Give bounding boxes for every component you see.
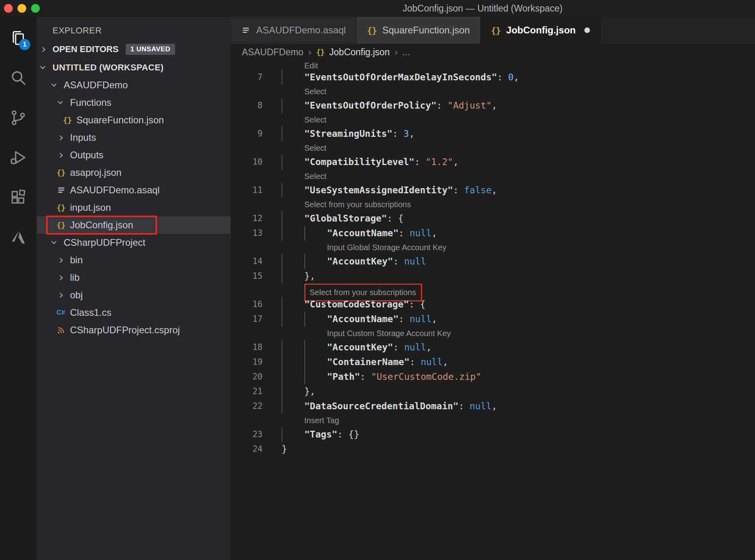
breadcrumb-file[interactable]: JobConfig.json <box>329 47 390 58</box>
code-line-22[interactable]: 22"DataSourceCredentialDomain": null, <box>231 399 755 414</box>
code-line-content: }, <box>282 384 755 399</box>
tree-item-SquareFunction.json[interactable]: {}SquareFunction.json <box>37 111 231 129</box>
code-line-16[interactable]: 16"CustomCodeStorage": { <box>231 297 755 312</box>
codelens-action[interactable]: Input Global Storage Account Key <box>327 241 446 254</box>
breadcrumb: ASAUDFDemo › {} JobConfig.json › ... <box>231 44 755 60</box>
breadcrumb-more[interactable]: ... <box>403 47 410 58</box>
chevron-right-icon[interactable] <box>58 153 63 158</box>
activity-search-button[interactable] <box>0 58 37 98</box>
code-line-23[interactable]: 23"Tags": {} <box>231 427 755 442</box>
token-kw: null <box>404 342 426 352</box>
chevron-right-icon[interactable] <box>58 275 63 280</box>
tab-JobConfig.json[interactable]: {}JobConfig.json <box>481 17 601 44</box>
token-str: "UserCustomCode.zip" <box>371 371 481 382</box>
code-line-content: }, <box>282 269 755 284</box>
token-punct: , <box>432 228 437 238</box>
unsaved-dot[interactable] <box>584 27 590 33</box>
code-line-12[interactable]: 12"GlobalStorage": { <box>231 211 755 226</box>
editor-group: ASAUDFDemo.asaql{}SquareFunction.json{}J… <box>231 17 755 560</box>
activity-source-control-button[interactable] <box>0 98 37 138</box>
codelens-action[interactable]: Select from your subscriptions <box>304 198 411 211</box>
tree-item-asaproj.json[interactable]: {}asaproj.json <box>37 164 231 181</box>
code-line-15[interactable]: 15}, <box>231 269 755 284</box>
token-key: "Tags" <box>304 429 337 439</box>
line-number: 23 <box>231 427 263 442</box>
tree-item-JobConfig.json[interactable]: {}JobConfig.json <box>37 216 231 234</box>
code-line-13[interactable]: 13"AccountName": null, <box>231 226 755 241</box>
chevron-right-icon[interactable] <box>58 135 63 140</box>
chevron-down-icon[interactable] <box>51 239 56 244</box>
code-line-21[interactable]: 21}, <box>231 384 755 399</box>
chevron-down-icon[interactable] <box>51 82 56 87</box>
codelens-action[interactable]: Select <box>304 85 327 98</box>
tree-item-CSharpUDFProject.csproj[interactable]: CSharpUDFProject.csproj <box>37 321 231 339</box>
tree-item-Class1.cs[interactable]: C#Class1.cs <box>37 304 231 321</box>
activity-azure-button[interactable] <box>0 217 37 257</box>
minimize-button[interactable] <box>18 4 26 13</box>
tab-ASAUDFDemo.asaql[interactable]: ASAUDFDemo.asaql <box>231 17 356 44</box>
gutter-spacer <box>231 241 263 254</box>
chevron-right-icon[interactable] <box>58 293 63 298</box>
indent-guide <box>304 355 305 369</box>
codelens-content: Select <box>282 85 755 98</box>
breadcrumb-project[interactable]: ASAUDFDemo <box>242 47 304 58</box>
activity-extensions-button[interactable] <box>0 177 37 217</box>
code-line-11[interactable]: 11"UseSystemAssignedIdentity": false, <box>231 183 755 198</box>
code-line-14[interactable]: 14"AccountKey": null <box>231 254 755 269</box>
activity-explorer-button[interactable]: 1 <box>0 18 37 58</box>
tree-item-ASAUDFDemo[interactable]: ASAUDFDemo <box>37 76 231 94</box>
chevron-down-icon[interactable] <box>58 99 63 104</box>
code-line-19[interactable]: 19"ContainerName": null, <box>231 355 755 369</box>
tree-item-input.json[interactable]: {}input.json <box>37 199 231 216</box>
chevron-down-icon[interactable] <box>40 64 45 69</box>
gutter-spacer <box>231 327 263 340</box>
codelens-row: Input Custom Storage Account Key <box>231 327 755 340</box>
codelens-action[interactable]: Insert Tag <box>304 414 339 427</box>
line-number: 16 <box>231 297 263 312</box>
codelens-action[interactable]: Select <box>304 113 327 126</box>
tree-item-icon-slot: {} <box>56 168 70 177</box>
tree-item-Functions[interactable]: Functions <box>37 94 231 111</box>
tree-item-bin[interactable]: bin <box>37 251 231 269</box>
json-braces-icon: {} <box>367 25 377 35</box>
code-line-8[interactable]: 8"EventsOutOfOrderPolicy": "Adjust", <box>231 98 755 113</box>
code-line-10[interactable]: 10"CompatibilityLevel": "1.2", <box>231 155 755 169</box>
tree-item-icon-slot <box>56 102 70 103</box>
json-braces-icon: {} <box>56 168 65 177</box>
code-line-20[interactable]: 20"Path": "UserCustomCode.zip" <box>231 369 755 384</box>
codelens-action[interactable]: Edit <box>304 60 318 70</box>
indent-guide <box>304 254 305 269</box>
close-button[interactable] <box>4 4 13 13</box>
tree-item-CSharpUDFProject[interactable]: CSharpUDFProject <box>37 234 231 251</box>
tree-item-ASAUDFDemo.asaql[interactable]: ASAUDFDemo.asaql <box>37 181 231 199</box>
code-line-18[interactable]: 18"AccountKey": null, <box>231 340 755 355</box>
run-debug-icon <box>9 148 27 167</box>
tree-item-label: ASAUDFDemo <box>64 80 128 91</box>
activity-run-debug-button[interactable] <box>0 138 37 177</box>
token-key: "EventsOutOfOrderPolicy" <box>304 100 436 111</box>
code-line-24[interactable]: 24} <box>231 442 755 457</box>
code-area[interactable]: Edit7"EventsOutOfOrderMaxDelayInSeconds"… <box>231 60 755 560</box>
codelens-row: Select <box>231 169 755 183</box>
code-line-9[interactable]: 9"StreamingUnits": 3, <box>231 126 755 141</box>
zoom-button[interactable] <box>31 4 40 13</box>
code-line-17[interactable]: 17"AccountName": null, <box>231 312 755 327</box>
code-line-7[interactable]: 7"EventsOutOfOrderMaxDelayInSeconds": 0, <box>231 70 755 85</box>
tree-item-Outputs[interactable]: Outputs <box>37 146 231 164</box>
indent-guide <box>282 427 282 442</box>
codelens-action[interactable]: Select <box>304 169 327 183</box>
codelens-action[interactable]: Select <box>304 141 327 155</box>
tree-item-lib[interactable]: lib <box>37 269 231 286</box>
token-punct: } <box>282 444 287 454</box>
tree-item-Inputs[interactable]: Inputs <box>37 129 231 146</box>
tree-item-obj[interactable]: obj <box>37 286 231 304</box>
codelens-content: Select from your subscriptions <box>282 198 755 211</box>
gutter-spacer <box>231 113 263 126</box>
gutter-spacer <box>231 414 263 427</box>
open-editors-section[interactable]: OPEN EDITORS 1 UNSAVED <box>37 40 231 59</box>
tree-item-UNTITLED (WORKSPACE)[interactable]: UNTITLED (WORKSPACE) <box>37 59 231 76</box>
codelens-action[interactable]: Input Custom Storage Account Key <box>327 327 451 340</box>
chevron-right-icon[interactable] <box>58 258 63 263</box>
chevron-right-icon[interactable] <box>39 48 53 51</box>
tab-SquareFunction.json[interactable]: {}SquareFunction.json <box>356 17 481 44</box>
